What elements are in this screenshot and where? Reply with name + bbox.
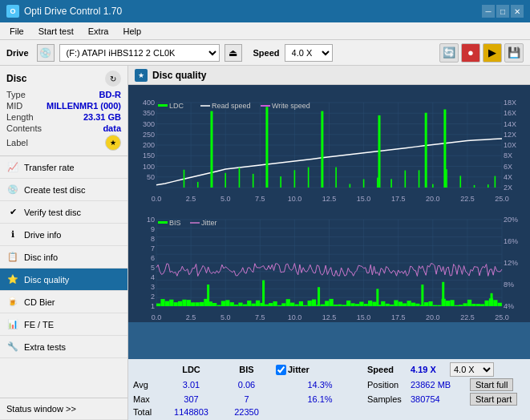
- disc-mid-value: MILLENMR1 (000): [47, 101, 121, 111]
- jitter-checkbox-area: Jitter: [276, 365, 364, 375]
- sidebar-item-disc-quality[interactable]: ⭐ Disc quality: [0, 269, 127, 291]
- disc-panel: Disc ↻ Type BD-R MID MILLENMR1 (000) Len…: [0, 66, 127, 156]
- sidebar-item-fe-te[interactable]: 📊 FE / TE: [0, 313, 127, 336]
- content-title: Disc quality: [152, 70, 206, 81]
- menu-bar: File Start test Extra Help: [0, 22, 530, 40]
- avg-label: Avg: [133, 380, 162, 390]
- sidebar-label-verify-test-disc: Verify test disc: [24, 208, 81, 217]
- verify-test-disc-icon: ✔: [6, 206, 19, 219]
- save-icon[interactable]: 💾: [504, 43, 524, 63]
- content-area: ★ Disc quality LDC BIS Jitter Speed 4.19…: [128, 66, 530, 420]
- eject-button[interactable]: ⏏: [225, 44, 242, 62]
- window-controls: ─ □ ✕: [482, 5, 524, 18]
- total-ldc: 1148803: [165, 407, 217, 417]
- status-window-label: Status window >>: [6, 404, 76, 414]
- sidebar-label-cd-bier: CD Bier: [24, 297, 55, 307]
- max-label: Max: [133, 394, 162, 404]
- disc-contents-label: Contents: [6, 123, 42, 133]
- menu-extra[interactable]: Extra: [82, 25, 115, 38]
- sidebar-item-status-window[interactable]: Status window >>: [0, 398, 127, 420]
- bottom-chart: [128, 204, 530, 322]
- position-val: 23862 MB: [411, 380, 467, 390]
- drive-label: Drive: [6, 48, 29, 58]
- total-label: Total: [133, 407, 162, 417]
- drive-icon-button[interactable]: 💿: [37, 44, 55, 62]
- app-icon: O: [6, 5, 19, 18]
- menu-help[interactable]: Help: [116, 25, 148, 38]
- sidebar-item-cd-bier[interactable]: 🍺 CD Bier: [0, 291, 127, 313]
- content-header: ★ Disc quality: [128, 66, 530, 85]
- menu-start-test[interactable]: Start test: [32, 25, 80, 38]
- speed-current-val: 4.19 X: [411, 365, 447, 374]
- sidebar-label-create-test-disc: Create test disc: [24, 185, 85, 195]
- max-bis: 7: [220, 394, 273, 404]
- chart-area: [128, 85, 530, 359]
- cd-bier-icon: 🍺: [6, 296, 19, 309]
- title-bar: O Opti Drive Control 1.70 ─ □ ✕: [0, 0, 530, 22]
- extra-tests-icon: 🔧: [6, 341, 19, 353]
- main-layout: Disc ↻ Type BD-R MID MILLENMR1 (000) Len…: [0, 66, 530, 420]
- avg-ldc: 3.01: [165, 380, 217, 390]
- sidebar-item-drive-info[interactable]: ℹ Drive info: [0, 224, 127, 246]
- disc-quality-icon: ⭐: [6, 273, 19, 286]
- max-ldc: 307: [165, 394, 217, 404]
- disc-label-icon[interactable]: ★: [105, 135, 121, 151]
- sidebar-label-disc-quality: Disc quality: [24, 275, 69, 285]
- fe-te-icon: 📊: [6, 318, 19, 331]
- total-bis: 22350: [220, 407, 273, 417]
- sidebar-item-extra-tests[interactable]: 🔧 Extra tests: [0, 336, 127, 358]
- disc-type-value: BD-R: [99, 90, 122, 99]
- disc-contents-value: data: [103, 123, 121, 133]
- disc-refresh-icon[interactable]: ↻: [105, 71, 121, 87]
- col-header-bis: BIS: [220, 365, 273, 374]
- samples-val: 380754: [411, 394, 467, 404]
- toolbar-icons: 🔄 ● ▶ 💾: [439, 43, 524, 63]
- start-part-button[interactable]: Start part: [470, 393, 517, 406]
- disc-section-title: Disc: [6, 73, 26, 84]
- disc-info-icon: 📋: [6, 251, 19, 264]
- position-label: Position: [367, 380, 407, 390]
- avg-bis: 0.06: [220, 380, 273, 390]
- sidebar-item-verify-test-disc[interactable]: ✔ Verify test disc: [0, 201, 127, 224]
- speed-select[interactable]: 4.0 X: [285, 44, 333, 62]
- stats-table: LDC BIS Jitter Speed 4.19 X 4.0 X Avg 3.…: [128, 359, 530, 420]
- jitter-checkbox[interactable]: [276, 365, 286, 375]
- sidebar-item-transfer-rate[interactable]: 📈 Transfer rate: [0, 156, 127, 179]
- close-button[interactable]: ✕: [511, 5, 524, 18]
- disc-write-icon[interactable]: ▶: [483, 43, 502, 63]
- max-jitter: 16.1%: [276, 394, 364, 404]
- disc-mid-label: MID: [6, 101, 22, 111]
- disc-length-value: 23.31 GB: [83, 112, 121, 122]
- maximize-button[interactable]: □: [496, 5, 509, 18]
- app-title: Opti Drive Control 1.70: [24, 6, 122, 17]
- speed-setting-select[interactable]: 4.0 X: [450, 362, 494, 377]
- sidebar-item-create-test-disc[interactable]: 💿 Create test disc: [0, 179, 127, 201]
- avg-jitter: 14.3%: [276, 380, 364, 390]
- disc-type-label: Type: [6, 90, 26, 99]
- sidebar-item-disc-info[interactable]: 📋 Disc info: [0, 246, 127, 269]
- speed-label: Speed: [253, 48, 280, 58]
- nav-spacer: [0, 358, 127, 398]
- col-header-speed: Speed: [367, 365, 407, 374]
- drive-select[interactable]: (F:) ATAPI iHBS112 2 CL0K: [59, 44, 220, 62]
- sidebar-label-drive-info: Drive info: [24, 230, 61, 240]
- disc-length-label: Length: [6, 112, 34, 122]
- content-icon: ★: [135, 69, 148, 82]
- drive-info-icon: ℹ: [6, 228, 19, 241]
- disc-label-label: Label: [6, 138, 28, 147]
- refresh-icon[interactable]: 🔄: [439, 43, 459, 63]
- transfer-rate-icon: 📈: [6, 161, 19, 174]
- sidebar-label-disc-info: Disc info: [24, 252, 58, 262]
- create-test-disc-icon: 💿: [6, 184, 19, 196]
- sidebar-label-extra-tests: Extra tests: [24, 342, 66, 352]
- menu-file[interactable]: File: [3, 25, 30, 38]
- samples-label: Samples: [367, 394, 407, 404]
- top-chart: [128, 85, 530, 204]
- disc-read-icon[interactable]: ●: [461, 43, 480, 63]
- col-header-ldc: LDC: [165, 365, 217, 374]
- sidebar-label-fe-te: FE / TE: [24, 320, 54, 329]
- sidebar-nav: 📈 Transfer rate 💿 Create test disc ✔ Ver…: [0, 156, 127, 420]
- sidebar: Disc ↻ Type BD-R MID MILLENMR1 (000) Len…: [0, 66, 128, 420]
- minimize-button[interactable]: ─: [482, 5, 495, 18]
- start-full-button[interactable]: Start full: [470, 378, 513, 391]
